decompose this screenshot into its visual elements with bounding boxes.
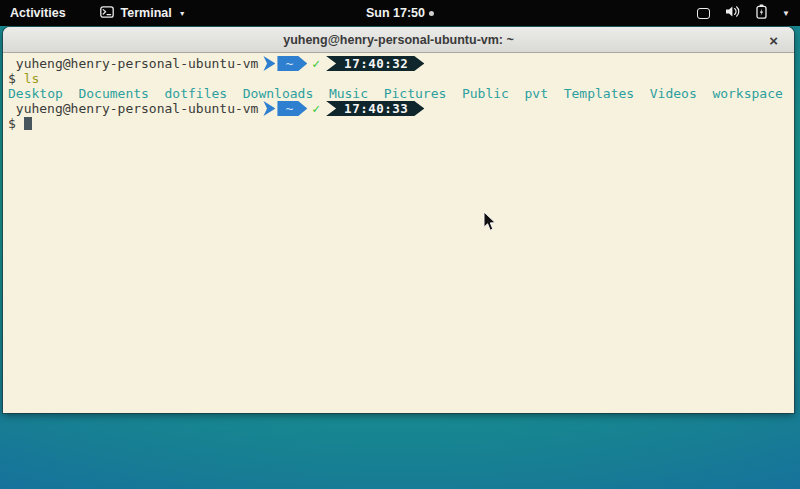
volume-icon bbox=[725, 5, 741, 21]
terminal-window: yuheng@henry-personal-ubuntu-vm: ~ × yuh… bbox=[3, 27, 794, 413]
status-check-icon: ✓ bbox=[312, 56, 320, 71]
notification-dot bbox=[429, 11, 434, 16]
close-button[interactable]: × bbox=[766, 31, 781, 48]
directory-item: Desktop bbox=[8, 86, 63, 101]
activities-button[interactable]: Activities bbox=[0, 0, 76, 26]
terminal-app-icon bbox=[100, 6, 114, 21]
prompt-time-badge: 17:40:33 bbox=[326, 101, 424, 116]
prompt-time-badge: 17:40:32 bbox=[326, 56, 424, 71]
battery-charging-icon bbox=[756, 4, 767, 22]
prompt-dollar: $ bbox=[8, 116, 16, 131]
terminal-content[interactable]: yuheng@henry-personal-ubuntu-vm ~ ✓ 17:4… bbox=[3, 53, 794, 412]
app-menu-label: Terminal bbox=[121, 6, 172, 20]
directory-item: Templates bbox=[564, 86, 634, 101]
directory-item: Pictures bbox=[384, 86, 447, 101]
prompt-line: yuheng@henry-personal-ubuntu-vm ~ ✓ 17:4… bbox=[8, 56, 794, 71]
prompt-user-host: yuheng@henry-personal-ubuntu-vm bbox=[16, 101, 259, 116]
app-menu-terminal[interactable]: Terminal ▼ bbox=[100, 0, 186, 26]
window-titlebar[interactable]: yuheng@henry-personal-ubuntu-vm: ~ × bbox=[3, 27, 794, 53]
prompt-user-host: yuheng@henry-personal-ubuntu-vm bbox=[16, 56, 259, 71]
clock-label: Sun 17:50 bbox=[366, 6, 425, 20]
directory-item: Music bbox=[329, 86, 368, 101]
chevron-down-icon: ▼ bbox=[179, 10, 186, 17]
terminal-block-cursor bbox=[24, 117, 32, 130]
input-line: $ bbox=[8, 116, 794, 131]
system-menu-button[interactable]: ▼ bbox=[687, 0, 800, 26]
clock-button[interactable]: Sun 17:50 bbox=[366, 0, 434, 26]
command-text: ls bbox=[24, 71, 40, 86]
activities-label: Activities bbox=[10, 6, 66, 20]
prompt-line: yuheng@henry-personal-ubuntu-vm ~ ✓ 17:4… bbox=[8, 101, 794, 116]
powerline-arrow-icon bbox=[263, 56, 275, 71]
directory-item: workspace bbox=[712, 86, 782, 101]
directory-item: dotfiles bbox=[165, 86, 228, 101]
display-icon bbox=[697, 8, 710, 19]
directory-item: Videos bbox=[650, 86, 697, 101]
prompt-path-segment: ~ bbox=[277, 101, 307, 116]
window-title: yuheng@henry-personal-ubuntu-vm: ~ bbox=[283, 33, 514, 47]
directory-item: Documents bbox=[78, 86, 148, 101]
directory-item: Downloads bbox=[243, 86, 313, 101]
command-line: $ ls bbox=[8, 71, 794, 86]
prompt-dollar: $ bbox=[8, 71, 16, 86]
directory-item: pvt bbox=[525, 86, 548, 101]
ls-output-line: DesktopDocumentsdotfilesDownloadsMusicPi… bbox=[8, 86, 794, 101]
powerline-arrow-icon bbox=[263, 101, 275, 116]
prompt-path-segment: ~ bbox=[277, 56, 307, 71]
status-check-icon: ✓ bbox=[312, 101, 320, 116]
chevron-down-icon: ▼ bbox=[782, 9, 790, 18]
directory-item: Public bbox=[462, 86, 509, 101]
top-bar: Activities Terminal ▼ Sun 17:50 bbox=[0, 0, 800, 26]
